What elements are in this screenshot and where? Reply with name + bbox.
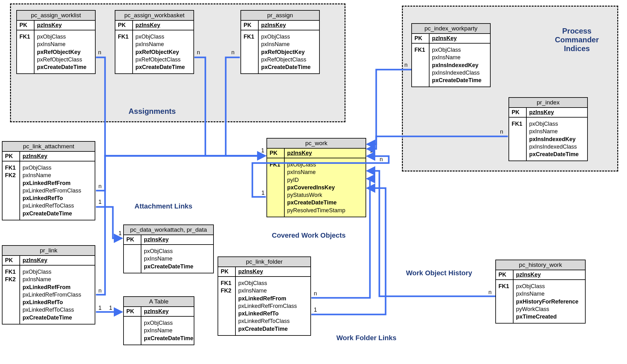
entity-title: pc_link_attachment: [3, 142, 95, 152]
card-n: n: [197, 49, 200, 56]
fields-col: pxObjClasspxInsNamepxLinkedRefFrompxLink…: [20, 266, 84, 324]
key-col: [124, 317, 141, 345]
entity-title: pc_assign_workbasket: [115, 11, 193, 21]
card-n: n: [404, 62, 408, 68]
card-n: n: [380, 156, 383, 163]
indices-label: Process Commander Indices: [539, 27, 614, 53]
entity-title: pr_index: [509, 98, 587, 108]
fields-col: pxObjClasspxInsNamepxRefObjectKeypxRefOb…: [34, 30, 89, 73]
card-1: 1: [98, 305, 102, 311]
fields-col: pxObjClasspxInsNamepxRefObjectKeypxRefOb…: [259, 30, 313, 73]
card-n: n: [98, 183, 102, 190]
key-col: FK1 FK2: [3, 161, 20, 220]
entity-a-table: A Table PK pzInsKey pxObjClasspxInsNamep…: [123, 296, 194, 345]
attachment-links-label: Attachment Links: [134, 202, 192, 210]
key-col: FK1 FK2: [218, 277, 236, 335]
pk-field: pzInsKey: [514, 270, 543, 279]
fields-col: pxObjClasspxInsNamepxLinkedRefFrompxLink…: [20, 161, 84, 220]
pk-field: pzInsKey: [285, 149, 314, 158]
assignments-label: Assignments: [129, 107, 176, 116]
entity-pr-index: pr_index PK pzInsKey FK1 pxObjClasspxIns…: [508, 97, 588, 161]
key-col: FK1: [496, 280, 514, 323]
card-1: 1: [261, 147, 264, 154]
pk-field: pzInsKey: [20, 256, 50, 265]
entity-pc-assign-worklist: pc_assign_worklist PK pzInsKey FK1 pxObj…: [16, 10, 96, 74]
fields-col: pxObjClasspxInsNamepxRefObjectKeypxRefOb…: [133, 30, 187, 73]
key-col: FK1: [267, 158, 285, 217]
fields-col: pxObjClasspxInsNamepxLinkedRefFrompxLink…: [236, 277, 299, 335]
pk-field: pzInsKey: [236, 267, 266, 276]
entity-title: pr_assign: [241, 11, 319, 21]
pk-field: pzInsKey: [429, 34, 459, 43]
entity-title: pc_link_folder: [218, 257, 310, 267]
fields-col: pxObjClasspxInsNamepxInsIndexedKeypxInsI…: [527, 118, 581, 161]
entity-pc-data-workattach: pc_data_workattach, pr_data PK pzInsKey …: [123, 224, 214, 273]
pk-field: pzInsKey: [20, 152, 50, 161]
entity-title: A Table: [124, 297, 194, 307]
entity-pc-index-workparty: pc_index_workparty PK pzInsKey FK1 pxObj…: [411, 23, 491, 87]
work-folder-links-label: Work Folder Links: [336, 334, 397, 342]
pk-field: pzInsKey: [141, 235, 171, 244]
key-col: FK1: [115, 30, 133, 73]
pk-field: pzInsKey: [133, 21, 163, 30]
pk-field: pzInsKey: [34, 21, 64, 30]
key-col: FK1: [241, 30, 259, 73]
card-n: n: [98, 288, 102, 294]
covered-work-objects-label: Covered Work Objects: [272, 231, 346, 240]
pk-field: pzInsKey: [259, 21, 288, 30]
card-1: 1: [370, 147, 373, 154]
card-1: 1: [314, 307, 317, 313]
entity-title: pr_link: [3, 246, 95, 256]
card-1: 1: [119, 230, 122, 237]
card-n: n: [488, 289, 492, 296]
fields-col: pxObjClasspxInsNamepxCreateDateTime: [141, 245, 196, 273]
entity-title: pc_data_workattach, pr_data: [124, 225, 213, 235]
indices-label-line1: Process Commander: [555, 27, 599, 44]
key-col: FK1: [17, 30, 34, 73]
indices-label-line2: Indices: [564, 44, 590, 53]
pk-field: pzInsKey: [527, 108, 556, 117]
pk-field: pzInsKey: [141, 307, 171, 316]
entity-pc-link-folder: pc_link_folder PK pzInsKey FK1 FK2 pxObj…: [218, 256, 311, 336]
fields-col: pxObjClasspxInsNamepyIDpxCoveredInsKeypy…: [285, 158, 348, 217]
key-col: [124, 245, 141, 273]
diagram-canvas: Assignments Process Commander Indices pc…: [0, 0, 627, 364]
entity-pc-history-work: pc_history_work PK pzInsKey FK1 pxObjCla…: [495, 260, 586, 324]
entity-pc-link-attachment: pc_link_attachment PK pzInsKey FK1 FK2 p…: [2, 141, 95, 220]
entity-title: pc_index_workparty: [412, 24, 490, 34]
card-1: 1: [98, 199, 102, 205]
entity-pr-assign: pr_assign PK pzInsKey FK1 pxObjClasspxIn…: [240, 10, 320, 74]
entity-pc-work: pc_work PK pzInsKey FK1 pxObjClasspxInsN…: [266, 138, 366, 217]
card-n: n: [500, 129, 503, 135]
fields-col: pxObjClasspxInsNamepxCreateDateTime: [141, 317, 196, 345]
entity-title: pc_history_work: [496, 260, 585, 270]
entity-title: pc_assign_worklist: [17, 11, 95, 21]
card-1: 1: [261, 190, 265, 196]
card-n: n: [231, 49, 234, 56]
entity-title: pc_work: [267, 139, 366, 149]
card-n: n: [98, 49, 101, 56]
fields-col: pxObjClasspxInsNamepxHistoryForReference…: [514, 280, 581, 323]
work-object-history-label: Work Object History: [406, 269, 472, 277]
fields-col: pxObjClasspxInsNamepxInsIndexedKeypxInsI…: [429, 44, 484, 87]
key-col: FK1 FK2: [3, 266, 20, 324]
card-1: 1: [109, 305, 112, 311]
card-n: n: [314, 290, 317, 297]
entity-pr-link: pr_link PK pzInsKey FK1 FK2 pxObjClasspx…: [2, 245, 95, 324]
key-col: FK1: [509, 118, 527, 161]
entity-pc-assign-workbasket: pc_assign_workbasket PK pzInsKey FK1 pxO…: [115, 10, 194, 74]
key-col: FK1: [412, 44, 429, 87]
